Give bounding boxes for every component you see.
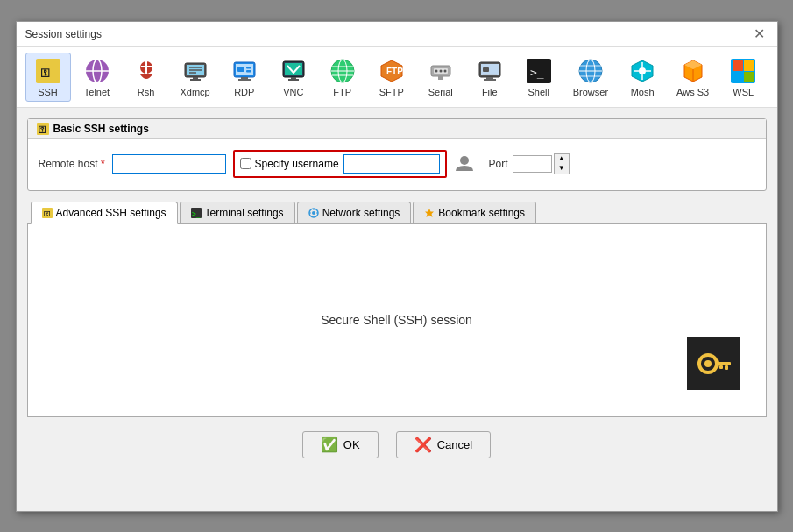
port-input[interactable]: 22: [513, 155, 552, 173]
xdmcp-icon: [181, 57, 209, 85]
svg-point-35: [435, 69, 437, 72]
svg-rect-21: [246, 70, 251, 73]
toolbar-item-shell[interactable]: >_ Shell: [516, 53, 562, 102]
terminal-tab-icon: >_: [191, 208, 202, 218]
svg-rect-42: [484, 79, 496, 81]
toolbar-item-wsl[interactable]: WSL: [720, 53, 766, 102]
vnc-icon: [280, 57, 308, 85]
toolbar-item-rdp[interactable]: RDP: [222, 53, 267, 102]
ssh-icon: ⚿: [34, 57, 62, 85]
svg-point-73: [312, 211, 315, 215]
svg-point-36: [439, 69, 442, 72]
session-description: Secure Shell (SSH) session: [321, 313, 472, 327]
cancel-button[interactable]: ❌ Cancel: [396, 431, 491, 458]
tabs-container: ⚿ Advanced SSH settings >_ Terminal sett…: [27, 202, 767, 417]
network-tab-icon: [308, 208, 319, 218]
serial-icon: [427, 57, 455, 85]
tabs-bar: ⚿ Advanced SSH settings >_ Terminal sett…: [27, 202, 767, 224]
svg-rect-64: [744, 72, 754, 82]
shell-icon: >_: [525, 57, 553, 85]
toolbar: ⚿ SSH Telnet: [17, 47, 777, 108]
xdmcp-label: Xdmcp: [181, 87, 210, 97]
svg-text:⚿: ⚿: [40, 67, 50, 78]
svg-text:FTP: FTP: [386, 67, 403, 76]
svg-rect-18: [238, 79, 251, 81]
wsl-label: WSL: [733, 87, 754, 97]
toolbar-item-file[interactable]: File: [467, 53, 513, 102]
telnet-icon: [83, 57, 111, 85]
serial-label: Serial: [428, 87, 453, 97]
toolbar-item-vnc[interactable]: VNC: [271, 53, 316, 102]
svg-point-80: [704, 360, 712, 367]
close-button[interactable]: ✕: [750, 27, 768, 41]
tab-network[interactable]: Network settings: [297, 202, 412, 223]
toolbar-item-ftp[interactable]: FTP: [320, 53, 365, 102]
svg-point-67: [460, 156, 469, 165]
svg-text:>_: >_: [192, 210, 201, 218]
toolbar-item-xdmcp[interactable]: Xdmcp: [173, 53, 218, 102]
rdp-label: RDP: [234, 87, 254, 97]
ssh-label: SSH: [38, 87, 58, 97]
toolbar-item-mosh[interactable]: Mosh: [620, 53, 665, 102]
tab-advanced-label: Advanced SSH settings: [56, 207, 166, 219]
key-icon-box: [687, 337, 740, 390]
toolbar-item-telnet[interactable]: Telnet: [74, 53, 120, 102]
awss3-label: Aws S3: [676, 87, 709, 97]
svg-point-54: [639, 67, 646, 74]
tab-content-area: Secure Shell (SSH) session: [27, 224, 767, 417]
username-section: Specify username: [233, 150, 447, 178]
svg-marker-78: [425, 209, 434, 217]
tab-terminal[interactable]: >_ Terminal settings: [180, 202, 295, 223]
mosh-label: Mosh: [631, 87, 655, 97]
svg-rect-19: [237, 67, 244, 72]
username-input[interactable]: [343, 154, 440, 174]
svg-text:⚿: ⚿: [44, 210, 51, 218]
file-icon: [476, 57, 504, 85]
tab-network-label: Network settings: [322, 207, 400, 219]
toolbar-item-browser[interactable]: Browser: [565, 53, 616, 102]
cancel-label: Cancel: [437, 438, 472, 451]
remote-host-input[interactable]: [112, 154, 226, 174]
svg-rect-43: [483, 67, 489, 72]
ftp-label: FTP: [333, 87, 351, 97]
toolbar-item-ssh[interactable]: ⚿ SSH: [25, 53, 71, 102]
advanced-tab-icon: ⚿: [42, 208, 53, 218]
svg-rect-20: [246, 67, 251, 69]
key-icon: [696, 346, 731, 381]
toolbar-item-rsh[interactable]: Rsh: [124, 53, 169, 102]
port-row: Port 22 ▲ ▼: [489, 153, 570, 174]
basic-settings-row: Remote host * Specify username Por: [39, 146, 755, 181]
remote-host-label: Remote host *: [39, 158, 105, 170]
svg-text:⚿: ⚿: [39, 125, 46, 134]
svg-text:>_: >_: [530, 66, 544, 79]
svg-rect-62: [744, 60, 754, 71]
mosh-icon: [628, 57, 656, 85]
vnc-label: VNC: [283, 87, 303, 97]
session-settings-window: Session settings ✕ ⚿ SSH Telnet: [16, 21, 778, 512]
svg-rect-81: [715, 362, 731, 365]
tab-advanced-ssh[interactable]: ⚿ Advanced SSH settings: [31, 202, 178, 224]
port-label: Port: [489, 158, 508, 170]
button-row: ✅ OK ❌ Cancel: [27, 417, 767, 465]
sftp-label: SFTP: [379, 87, 404, 97]
specify-username-checkbox-label[interactable]: Specify username: [240, 158, 339, 170]
svg-rect-63: [733, 72, 743, 82]
toolbar-item-sftp[interactable]: FTP SFTP: [369, 53, 414, 102]
svg-rect-25: [288, 79, 299, 81]
port-increment-button[interactable]: ▲: [555, 154, 569, 164]
rsh-label: Rsh: [138, 87, 155, 97]
telnet-label: Telnet: [84, 87, 110, 97]
ok-button[interactable]: ✅ OK: [302, 431, 379, 458]
bookmark-tab-icon: [424, 208, 435, 218]
svg-rect-61: [733, 60, 743, 71]
group-box-title: ⚿ Basic SSH settings: [28, 119, 766, 139]
toolbar-item-serial[interactable]: Serial: [418, 53, 464, 102]
tab-terminal-label: Terminal settings: [205, 207, 284, 219]
toolbar-item-awss3[interactable]: Aws S3: [669, 53, 717, 102]
ftp-icon: [329, 57, 357, 85]
tab-bookmark[interactable]: Bookmark settings: [413, 202, 536, 223]
main-content: ⚿ Basic SSH settings Remote host * Speci…: [17, 108, 777, 476]
specify-username-checkbox[interactable]: [240, 158, 251, 169]
file-label: File: [482, 87, 498, 97]
port-decrement-button[interactable]: ▼: [555, 164, 569, 174]
